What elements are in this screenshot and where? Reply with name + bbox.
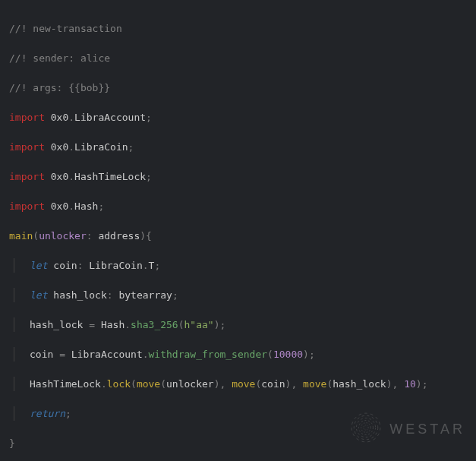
main-decl: main(unlocker: address){ (9, 229, 467, 244)
comment-line: //! sender: alice (9, 51, 467, 66)
comment-line: //! args: {{bob}} (9, 81, 467, 96)
code-editor: //! new-transaction //! sender: alice //… (9, 6, 467, 461)
import-line: import 0x0.LibraCoin; (9, 140, 467, 155)
call-line: HashTimeLock.lock(move(unlocker), move(c… (9, 377, 467, 392)
let-line: let coin: LibraCoin.T; (9, 258, 467, 273)
close-brace: } (9, 436, 467, 451)
return-line: return; (9, 406, 467, 422)
assign-line: coin = LibraAccount.withdraw_from_sender… (9, 347, 467, 362)
comment-line: //! new-transaction (9, 21, 467, 36)
import-line: import 0x0.LibraAccount; (9, 110, 467, 125)
let-line: let hash_lock: bytearray; (9, 288, 467, 303)
import-line: import 0x0.HashTimeLock; (9, 169, 467, 185)
assign-line: hash_lock = Hash.sha3_256(h"aa"); (9, 317, 467, 333)
import-line: import 0x0.Hash; (9, 199, 467, 214)
